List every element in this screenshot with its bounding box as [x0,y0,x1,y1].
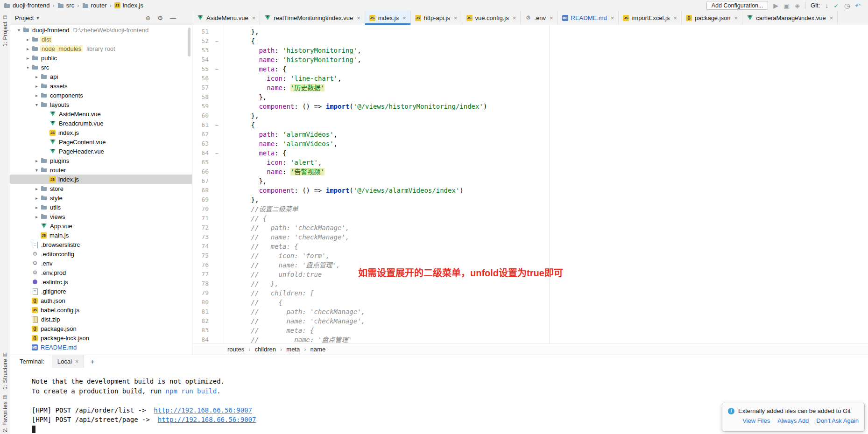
close-tab-icon[interactable]: × [454,14,458,21]
expand-chevron-icon[interactable]: ▸ [33,84,41,89]
editor-tab[interactable]: JSvue.config.js× [462,11,521,25]
expand-chevron-icon[interactable]: ▸ [33,214,41,219]
fold-marker-icon[interactable]: − [212,64,221,74]
expand-chevron-icon[interactable]: ▸ [33,158,41,163]
tree-item[interactable]: ▾duoji-frontendD:\zheheWeb\duoji-fronten… [10,25,192,35]
expand-chevron-icon[interactable]: ▸ [24,37,32,42]
collapse-chevron-icon[interactable]: ▾ [33,102,41,107]
editor-tab[interactable]: JSimportExcel.js× [619,11,682,25]
close-tab-icon[interactable]: × [357,14,360,21]
project-panel-title[interactable]: Project [15,14,34,21]
tree-item[interactable]: .browserslistrc [10,240,192,249]
tree-item[interactable]: dist.zip [10,315,192,324]
hide-panel-icon[interactable]: — [170,14,176,21]
expand-chevron-icon[interactable]: ▸ [33,93,41,98]
close-tab-icon[interactable]: × [611,14,614,21]
new-terminal-icon[interactable]: + [90,357,94,365]
close-icon[interactable]: × [75,358,79,365]
editor-tab[interactable]: realTimeMonitoring\index.vue× [260,11,365,25]
breadcrumb-item[interactable]: router [82,2,107,9]
tree-item[interactable]: ▸utils [10,203,192,212]
terminal-link[interactable]: http://192.168.66.56:9007 [158,416,256,423]
terminal-tab-local[interactable]: Local × [52,355,85,368]
tree-item[interactable]: .gitignore [10,287,192,296]
add-configuration-button[interactable]: Add Configuration... [706,1,769,10]
tree-item[interactable]: {}package-lock.json [10,333,192,343]
expand-chevron-icon[interactable]: ▸ [24,46,32,51]
tree-item[interactable]: ▸plugins [10,156,192,165]
tree-item[interactable]: .eslintrc.js [10,277,192,287]
tree-item[interactable]: JSindex.js [10,128,192,137]
close-tab-icon[interactable]: × [402,14,406,21]
breadcrumb-item[interactable]: routes [227,346,244,353]
tree-item[interactable]: ⚙.editorconfig [10,249,192,259]
close-tab-icon[interactable]: × [673,14,677,21]
coverage-icon[interactable]: ◈ [795,2,800,9]
breadcrumb-item[interactable]: JSindex.js [114,2,143,9]
tool-window-structure[interactable]: ▤1: Structure [0,352,10,390]
close-tab-icon[interactable]: × [513,14,516,21]
tree-item[interactable]: ▸api [10,72,192,81]
tree-item[interactable]: ▾router [10,165,192,175]
editor-tab[interactable]: {}package.json× [682,11,742,25]
breadcrumb-item[interactable]: meta [286,346,300,353]
fold-marker-icon[interactable]: − [212,120,221,130]
tree-item[interactable]: ▸dist [10,35,192,44]
history-icon[interactable]: ◷ [844,2,850,9]
breadcrumb-item[interactable]: children [254,346,276,353]
expand-chevron-icon[interactable]: ▸ [33,186,41,191]
scrollbar-thumb[interactable] [188,28,191,56]
editor-tab[interactable]: cameraManage\index.vue× [742,11,838,25]
expand-chevron-icon[interactable]: ▸ [33,196,41,201]
tree-item[interactable]: MDREADME.md [10,343,192,352]
close-tab-icon[interactable]: × [550,14,553,21]
tree-item[interactable]: ▸public [10,53,192,63]
close-tab-icon[interactable]: × [252,14,256,21]
tool-window-project[interactable]: ▤1: Project [0,14,10,47]
tree-item[interactable]: ▸views [10,212,192,221]
editor-tab[interactable]: MDREADME.md× [558,11,619,25]
notification-action[interactable]: View Files [742,417,770,424]
editor-tab[interactable]: AsideMenu.vue× [193,11,260,25]
collapse-chevron-icon[interactable]: ▾ [15,28,23,33]
fold-marker-icon[interactable]: − [212,36,221,46]
notification-action[interactable]: Always Add [777,417,809,424]
tree-item[interactable]: JSmain.js [10,231,192,240]
collapse-chevron-icon[interactable]: ▾ [24,65,32,70]
chevron-down-icon[interactable]: ▾ [36,15,39,21]
breadcrumb-item[interactable]: duoji-frontend [4,2,50,9]
tree-item[interactable]: ▸node_moduleslibrary root [10,44,192,53]
git-commit-icon[interactable]: ✓ [833,2,839,9]
breadcrumb-item[interactable]: src [57,2,74,9]
tree-item[interactable]: {}package.json [10,324,192,333]
editor-tab[interactable]: ⚙.env× [521,11,557,25]
tree-item[interactable]: PageContent.vue [10,137,192,147]
close-tab-icon[interactable]: × [830,14,833,21]
editor-tab[interactable]: JSindex.js× [365,11,411,25]
tree-item[interactable]: ⚙.env [10,259,192,268]
tree-item[interactable]: App.vue [10,221,192,231]
debug-icon[interactable]: ▣ [783,2,790,9]
rollback-icon[interactable]: ↶ [855,2,861,9]
tool-window-favorites[interactable]: ▤2: Favorites [0,394,10,432]
expand-chevron-icon[interactable]: ▸ [33,205,41,210]
collapse-chevron-icon[interactable]: ▾ [33,168,41,173]
tree-item[interactable]: ⚙.env.prod [10,268,192,277]
breadcrumb-item[interactable]: name [311,346,326,353]
tree-item[interactable]: JSbabel.config.js [10,305,192,315]
tree-item[interactable]: ▸style [10,193,192,203]
tree-item[interactable]: ▾layouts [10,100,192,109]
fold-marker-icon[interactable]: − [212,148,221,158]
run-icon[interactable]: ▶ [773,2,778,9]
terminal-link[interactable]: http://192.168.66.56:9007 [154,406,252,414]
tree-item[interactable]: Breadcrumb.vue [10,119,192,128]
notification-action[interactable]: Don't Ask Again [816,417,859,424]
code-editor[interactable]: 51 },52− {53 path: 'historyMonitoring',5… [193,25,868,343]
close-tab-icon[interactable]: × [734,14,738,21]
locate-file-icon[interactable]: ⊕ [145,14,150,21]
tree-item[interactable]: PageHeader.vue [10,147,192,156]
expand-chevron-icon[interactable]: ▸ [24,56,32,61]
tree-item[interactable]: ▸components [10,91,192,100]
tree-item[interactable]: JSindex.js [10,175,192,184]
editor-tab[interactable]: JShttp-api.js× [411,11,462,25]
